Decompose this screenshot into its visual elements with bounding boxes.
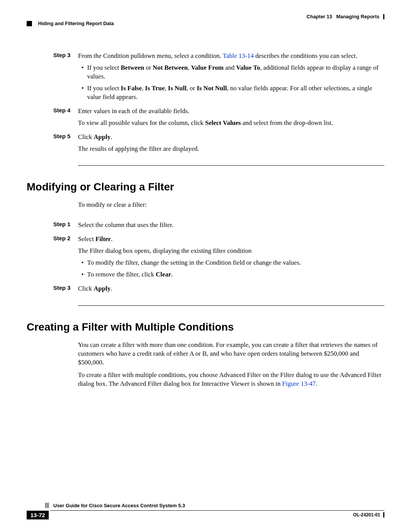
figure-link[interactable]: Figure 13-47	[282, 380, 316, 387]
step-body: Select Filter. The Filter dialog box ope…	[78, 235, 384, 282]
intro-text: To modify or clear a filter:	[78, 201, 384, 209]
section-heading-multiple: Creating a Filter with Multiple Conditio…	[27, 321, 384, 333]
bullet-item: • If you select Between or Not Between, …	[78, 64, 384, 81]
step-4: Step 4 Enter values in each of the avail…	[53, 107, 384, 131]
section-title: Hiding and Filtering Report Data	[38, 21, 114, 26]
step-body: From the Condition pulldown menu, select…	[78, 52, 384, 105]
step-label: Step 3	[53, 284, 78, 296]
bullet-item: • If you select Is False, Is True, Is Nu…	[78, 84, 384, 102]
step-b2: Step 2 Select Filter. The Filter dialog …	[53, 235, 384, 282]
section-heading-modify: Modifying or Clearing a Filter	[27, 181, 384, 193]
step-label: Step 2	[53, 235, 78, 282]
step-b1: Step 1 Select the column that uses the f…	[53, 221, 384, 233]
document-id: OL-24201-01	[353, 512, 384, 518]
section-marker-icon	[27, 21, 32, 26]
step-body: Select the column that uses the filter.	[78, 221, 384, 233]
chapter-number: Chapter 13	[307, 14, 332, 19]
step-label: Step 1	[53, 221, 78, 233]
step-body: Click Apply. The results of applying the…	[78, 133, 384, 157]
bullet-icon: •	[78, 270, 87, 279]
header-chapter: Chapter 13 Managing Reports	[307, 14, 384, 19]
header-section: Hiding and Filtering Report Data	[27, 21, 114, 26]
page-header: Chapter 13 Managing Reports Hiding and F…	[27, 14, 384, 25]
step-body: Enter values in each of the available fi…	[78, 107, 384, 131]
header-bar-icon	[383, 14, 384, 19]
chapter-title: Managing Reports	[336, 14, 379, 19]
step-body: Click Apply.	[78, 284, 384, 296]
step-3: Step 3 From the Condition pulldown menu,…	[53, 52, 384, 105]
step-label: Step 4	[53, 107, 78, 131]
bullet-item: • To modify the filter, change the setti…	[78, 259, 384, 267]
step-b3: Step 3 Click Apply.	[53, 284, 384, 296]
bullet-item: • To remove the filter, click Clear.	[78, 270, 384, 279]
step-label: Step 3	[53, 52, 78, 105]
bullet-icon: •	[78, 259, 87, 267]
footer-bar-icon	[46, 503, 49, 508]
page-footer: User Guide for Cisco Secure Access Contr…	[27, 503, 384, 521]
step-label: Step 5	[53, 133, 78, 157]
divider	[78, 305, 384, 306]
table-link[interactable]: Table 13-14	[223, 52, 253, 59]
bullet-icon: •	[78, 64, 87, 81]
intro-text: You can create a filter with more than o…	[78, 341, 384, 388]
step-5: Step 5 Click Apply. The results of apply…	[53, 133, 384, 157]
footer-guide-title: User Guide for Cisco Secure Access Contr…	[53, 503, 185, 508]
bullet-icon: •	[78, 84, 87, 102]
page-number: 13-72	[27, 511, 49, 519]
footer-bar-icon	[383, 512, 384, 518]
divider	[78, 165, 384, 166]
